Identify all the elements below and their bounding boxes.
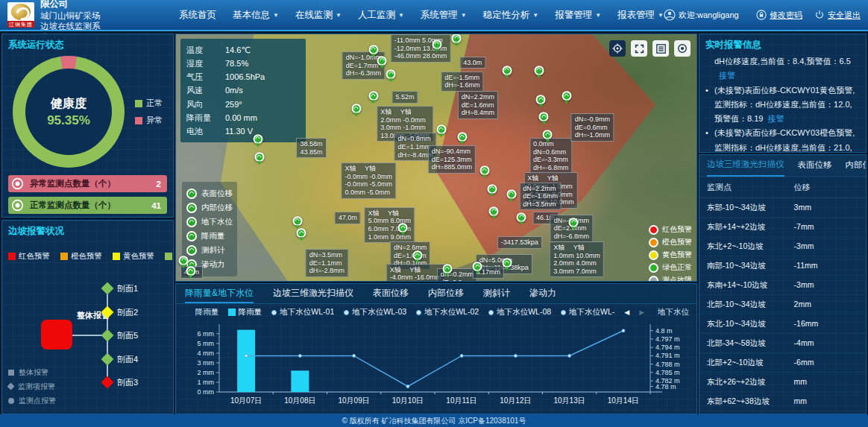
map-tooltip: 38.58m 43.85m <box>296 138 326 158</box>
stat-label: 异常监测点数量（个） <box>30 178 157 189</box>
monitor-point-marker[interactable] <box>452 34 462 43</box>
logout-button[interactable]: 安全退出 <box>814 10 861 21</box>
table-row[interactable]: 东南+14~-10边坡-3mm <box>699 276 866 295</box>
table-row[interactable]: 东北+2~-10边坡-3mm <box>699 237 866 256</box>
monitor-point-marker[interactable] <box>489 206 499 216</box>
table-row[interactable]: 北部-34~-58边坡-4mm <box>699 334 866 353</box>
monitor-point-marker[interactable] <box>398 224 408 233</box>
accept-alarm-link[interactable]: 接警 <box>719 71 735 80</box>
status-dot-icon <box>649 250 658 260</box>
health-donut-chart: 健康度 95.35% <box>13 56 125 168</box>
table-row[interactable]: 北部+2~-10边坡-6mm <box>699 353 866 373</box>
table-row[interactable]: 东北+26~+2边坡mm <box>699 373 866 392</box>
monitor-point-marker[interactable] <box>179 256 189 265</box>
nav-item-7[interactable]: 报警管理▼ <box>555 9 601 22</box>
monitor-point-marker[interactable] <box>412 250 422 260</box>
table-row[interactable]: 北部-10~-34边坡2mm <box>699 295 866 314</box>
nav-item-5[interactable]: 系统管理▼ <box>421 9 467 22</box>
scan-tab-内部位移[interactable]: 内部位移 <box>846 155 867 176</box>
layer-toggle-表面位移[interactable]: 表面位移 <box>186 189 233 199</box>
monitor-point-marker[interactable] <box>368 92 378 101</box>
monitor-point-marker[interactable] <box>386 69 396 79</box>
monitor-point-marker[interactable] <box>502 258 512 268</box>
nav-item-3[interactable]: 在线监测▼ <box>295 9 342 22</box>
table-row[interactable]: 东北-10~-34边坡-16mm <box>699 314 866 334</box>
nav-item-6[interactable]: 稳定性分析▼ <box>483 9 538 22</box>
monitor-point-marker[interactable] <box>254 152 264 162</box>
monitor-point-marker[interactable] <box>487 184 497 194</box>
chart-tab-降雨量&地下水位[interactable]: 降雨量&地下水位 <box>185 284 254 303</box>
table-row[interactable]: 东部-10~-34边坡3mm <box>699 198 866 218</box>
fullscreen-icon[interactable] <box>631 40 647 57</box>
monitor-point-marker[interactable] <box>377 56 387 66</box>
chart-legend-item[interactable]: 地下水位WL-02 <box>416 307 479 317</box>
monitor-point-marker[interactable] <box>517 212 526 222</box>
chart-legend-item[interactable]: 地下水位WL-01 <box>271 307 334 317</box>
section-node-剖面4[interactable] <box>101 353 114 366</box>
layer-toggle-测斜计[interactable]: 测斜计 <box>186 245 233 256</box>
table-row[interactable]: 东部+62~+38边坡mm <box>699 392 866 411</box>
alarm-text: dH位移速度,当前值：8.4,预警值：6.5 <box>714 57 851 66</box>
monitor-point-marker[interactable] <box>506 189 516 199</box>
monitor-point-marker[interactable] <box>539 112 549 121</box>
monitor-point-marker[interactable] <box>569 218 579 227</box>
monitor-point-marker[interactable] <box>297 229 306 238</box>
monitor-point-marker[interactable] <box>186 267 195 276</box>
monitor-point-marker[interactable] <box>436 124 446 134</box>
satellite-map[interactable]: -11.0mm 5.0mm -12.0mm 13.0mm -46.0mm 28.… <box>175 34 697 282</box>
legend-prev-icon[interactable]: ◀ <box>624 309 629 316</box>
chart-legend-item[interactable]: 降雨量 <box>228 307 262 317</box>
monitor-point-marker[interactable] <box>432 39 441 49</box>
scan-tab-表面位移[interactable]: 表面位移 <box>798 155 832 176</box>
status-legend-item: 橙色预警 <box>649 237 692 247</box>
chart-tab-渗动力[interactable]: 渗动力 <box>529 284 556 303</box>
section-node-剖面5[interactable] <box>101 329 114 341</box>
map-controls <box>609 40 691 57</box>
chevron-down-icon: ▼ <box>658 12 664 19</box>
monitor-point-marker[interactable] <box>351 104 361 113</box>
list-icon[interactable] <box>652 40 669 57</box>
monitor-point-marker[interactable] <box>536 95 546 105</box>
locate-icon[interactable] <box>609 40 626 57</box>
monitor-point-marker[interactable] <box>562 92 571 101</box>
nav-item-4[interactable]: 人工监测▼ <box>358 9 404 22</box>
nav-item-8[interactable]: 报表管理▼ <box>617 9 664 22</box>
weather-row: 气压1006.5hPa <box>186 70 300 83</box>
section-node-剖面1[interactable] <box>101 282 114 294</box>
chart-legend-item[interactable]: 地下水位WL-03 <box>344 307 406 317</box>
accept-alarm-link[interactable]: 接警 <box>767 114 784 123</box>
target-icon[interactable] <box>674 40 691 57</box>
legend-label: 橙色预警 <box>71 251 102 262</box>
copyright-text: © 版权所有 矿冶科技集团有限公司 京ICP备12038101号 <box>342 416 526 426</box>
monitor-point-marker[interactable] <box>473 262 482 271</box>
table-row[interactable]: 东部+14~+2边坡-7mm <box>699 218 866 237</box>
chart-tab-测斜计[interactable]: 测斜计 <box>483 284 510 303</box>
layer-toggle-降雨量[interactable]: 降雨量 <box>186 231 233 241</box>
change-password-button[interactable]: 修改密码 <box>756 10 802 21</box>
diagram-legend-item: 监测项报警 <box>8 379 56 393</box>
legend-next-icon[interactable]: ▶ <box>639 309 644 316</box>
monitor-point-marker[interactable] <box>253 134 262 144</box>
monitor-point-marker[interactable] <box>534 66 544 75</box>
monitor-point-marker[interactable] <box>543 130 553 139</box>
chart-tab-边坡三维激光扫描仪[interactable]: 边坡三维激光扫描仪 <box>273 284 353 303</box>
section-node-剖面3[interactable] <box>101 376 114 388</box>
section-label: 剖面5 <box>117 329 138 341</box>
layer-toggle-地下水位[interactable]: 地下水位 <box>186 217 233 227</box>
monitor-point-marker[interactable] <box>292 216 302 226</box>
monitor-point-marker[interactable] <box>442 264 452 273</box>
monitor-point-marker[interactable] <box>368 45 378 54</box>
chart-legend-item[interactable]: 地下水位WL-08 <box>488 307 551 317</box>
chart-tab-表面位移[interactable]: 表面位移 <box>373 284 409 303</box>
monitor-point-marker[interactable] <box>502 66 512 75</box>
table-row[interactable]: 南部-10~-34边坡-11mm <box>699 256 866 276</box>
monitor-point-marker[interactable] <box>457 132 467 142</box>
monitor-point-marker[interactable] <box>479 165 489 175</box>
overall-alarm-node[interactable] <box>41 320 72 349</box>
layer-toggle-内部位移[interactable]: 内部位移 <box>186 203 233 213</box>
nav-item-1[interactable]: 系统首页 <box>179 9 216 22</box>
chart-tab-内部位移[interactable]: 内部位移 <box>428 284 464 303</box>
scan-tab-边坡三维激光扫描仪[interactable]: 边坡三维激光扫描仪 <box>707 154 784 177</box>
chart-legend-item[interactable]: 地下水位WL- <box>561 307 614 317</box>
nav-item-2[interactable]: 基本信息▼ <box>233 9 279 22</box>
